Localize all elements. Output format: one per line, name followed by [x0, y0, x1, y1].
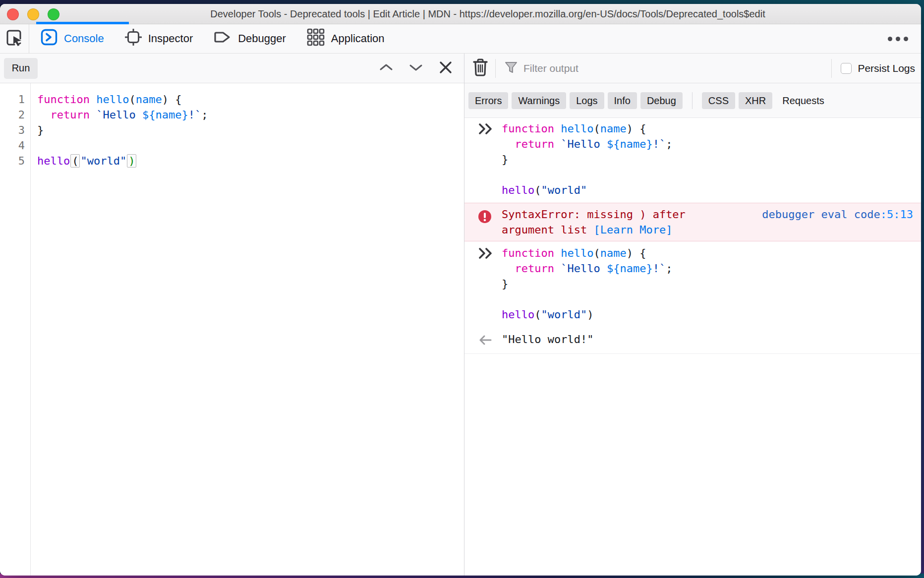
error-message: SyntaxError: missing ) after argument li… — [502, 207, 735, 237]
error-icon — [478, 217, 492, 225]
code-line: } — [502, 152, 913, 167]
editor-pane: Run — [0, 54, 464, 576]
node-picker-button[interactable] — [0, 24, 29, 53]
close-icon — [438, 60, 453, 76]
console-input-code: function hello(name) { return `Hello ${n… — [502, 245, 913, 322]
filter-button-debug[interactable]: Debug — [640, 92, 683, 109]
console-output[interactable]: function hello(name) { return `Hello ${n… — [464, 118, 921, 576]
console-message-result: "Hello world!" — [464, 327, 921, 354]
filter-output-input[interactable] — [523, 62, 831, 74]
console-toolbar: Persist Logs — [464, 54, 921, 83]
devtools-toolbar: Console Inspector Debugger — [0, 24, 921, 54]
console-icon — [41, 29, 58, 49]
close-window-button[interactable] — [7, 8, 19, 20]
code-line: function hello(name) { — [502, 245, 913, 261]
filter-button-errors[interactable]: Errors — [468, 92, 508, 109]
result-value: "Hello world!" — [502, 332, 913, 347]
code-line: function hello(name) { — [37, 92, 464, 107]
tab-console-label: Console — [64, 32, 104, 45]
learn-more-link[interactable]: [Learn More] — [593, 224, 672, 236]
tab-application-label: Application — [331, 32, 385, 45]
code-line: return `Hello ${name}!`; — [502, 261, 913, 276]
close-editor-button[interactable] — [438, 60, 453, 76]
console-pane: Persist Logs ErrorsWarningsLogsInfoDebug… — [464, 54, 921, 576]
console-toolbar-separator — [495, 59, 496, 78]
editor-code[interactable]: function hello(name) { return `Hello ${n… — [31, 83, 464, 576]
code-line — [502, 291, 913, 307]
line-number-gutter: 12345 — [0, 83, 31, 576]
filter-funnel-icon — [505, 61, 518, 76]
code-line: hello("world") — [37, 153, 464, 169]
tab-inspector-label: Inspector — [148, 32, 193, 45]
tab-debugger[interactable]: Debugger — [203, 24, 296, 53]
devtools-tabs: Console Inspector Debugger — [30, 24, 395, 53]
traffic-lights — [7, 8, 59, 20]
persist-separator — [831, 59, 832, 78]
console-input-icon — [478, 128, 496, 136]
line-number-4: 4 — [0, 138, 30, 153]
filter-button-xhr[interactable]: XHR — [739, 92, 772, 109]
code-editor[interactable]: 12345 function hello(name) { return `Hel… — [0, 83, 464, 576]
code-line: hello("world" — [502, 182, 913, 198]
persist-logs-control[interactable]: Persist Logs — [841, 62, 915, 74]
devtools-content: Run — [0, 54, 921, 576]
line-number-2: 2 — [0, 107, 30, 122]
previous-expression-button[interactable] — [379, 62, 394, 74]
tab-application[interactable]: Application — [296, 24, 395, 53]
toolbox-meatball-menu-button[interactable] — [884, 33, 912, 45]
code-line: return `Hello ${name}!`; — [502, 136, 913, 152]
line-number-3: 3 — [0, 122, 30, 138]
zoom-window-button[interactable] — [48, 8, 59, 20]
code-line: function hello(name) { — [502, 121, 913, 136]
tab-console[interactable]: Console — [30, 24, 115, 53]
application-icon — [307, 28, 325, 49]
error-location-link[interactable]: debugger eval code:5:13 — [752, 207, 913, 222]
console-filter-bar: ErrorsWarningsLogsInfoDebug CSSXHR Reque… — [464, 83, 921, 118]
filter-button-warnings[interactable]: Warnings — [512, 92, 566, 109]
console-message-error: SyntaxError: missing ) after argument li… — [464, 203, 921, 241]
filter-button-logs[interactable]: Logs — [570, 92, 604, 109]
tab-inspector[interactable]: Inspector — [115, 24, 204, 53]
code-line — [37, 138, 464, 153]
titlebar[interactable]: Developer Tools - Deprecated tools | Edi… — [0, 4, 921, 24]
code-line: hello("world") — [502, 307, 913, 322]
devtools-window: Developer Tools - Deprecated tools | Edi… — [0, 4, 921, 576]
editor-toolbar: Run — [0, 54, 464, 83]
debugger-icon — [214, 29, 231, 49]
tab-debugger-label: Debugger — [238, 32, 286, 45]
clear-console-button[interactable] — [472, 58, 488, 78]
trash-icon — [472, 58, 488, 78]
filter-bar-separator — [692, 92, 693, 109]
node-picker-icon — [5, 28, 24, 49]
console-message-input: function hello(name) { return `Hello ${n… — [464, 242, 921, 325]
code-line: } — [502, 276, 913, 291]
filter-button-requests[interactable]: Requests — [776, 92, 831, 109]
run-button[interactable]: Run — [4, 58, 38, 79]
filter-button-info[interactable]: Info — [608, 92, 637, 109]
chevron-up-icon — [379, 62, 394, 74]
console-input-code: function hello(name) { return `Hello ${n… — [502, 121, 913, 198]
chevron-down-icon — [408, 62, 423, 74]
persist-logs-label: Persist Logs — [858, 62, 915, 74]
console-input-icon — [478, 252, 496, 261]
result-arrow-icon — [478, 340, 493, 348]
code-line: return `Hello ${name}!`; — [37, 107, 464, 122]
code-line: } — [37, 122, 464, 138]
filter-button-css[interactable]: CSS — [702, 92, 735, 109]
next-expression-button[interactable] — [408, 62, 423, 74]
meatball-icon — [888, 37, 892, 41]
inspector-icon — [125, 29, 142, 49]
line-number-1: 1 — [0, 92, 30, 107]
persist-logs-checkbox[interactable] — [841, 63, 852, 74]
line-number-5: 5 — [0, 153, 30, 169]
code-line — [502, 167, 913, 182]
toolbar-separator — [29, 24, 29, 53]
console-message-input: function hello(name) { return `Hello ${n… — [464, 118, 921, 201]
window-title: Developer Tools - Deprecated tools | Edi… — [74, 4, 901, 24]
active-tab-indicator — [36, 22, 129, 24]
minimize-window-button[interactable] — [27, 8, 39, 20]
